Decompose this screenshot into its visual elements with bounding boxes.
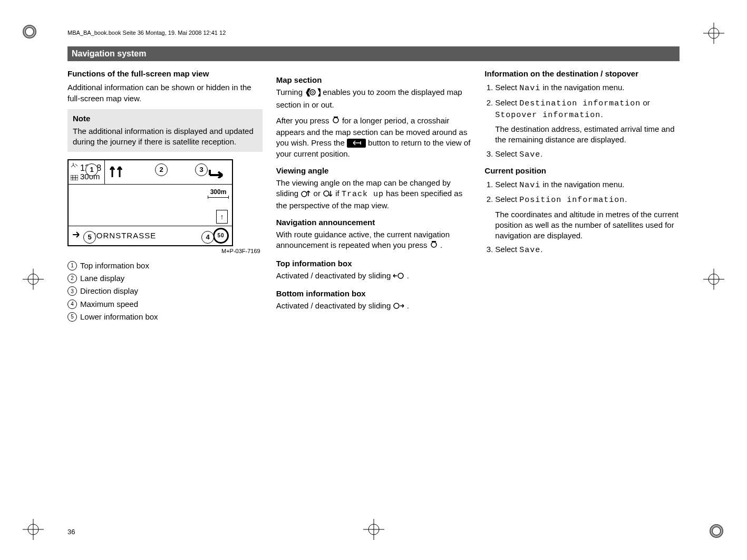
text: Select [495,83,519,92]
svg-point-34 [394,303,399,308]
callout-3-icon: 3 [195,163,208,176]
legend-num-icon: 4 [67,300,77,309]
menu-option-stopover-info: Stopover informa­tion [495,111,600,120]
map-figure: 1 2 3 4 5 12:08 300m [67,159,233,247]
svg-point-27 [333,118,338,123]
legend-item: 4Maximum speed [67,299,263,310]
rotary-slide-up-icon [300,189,311,200]
callout-2-icon: 2 [155,163,168,176]
step: Select Navi in the navigation menu. [495,82,680,94]
legend-text: Maximum speed [80,299,138,310]
column-left: Functions of the full-screen map view Ad… [67,69,263,324]
section-title: Navigation system [67,46,680,61]
legend-text: Top information box [80,260,149,271]
text: Select [495,98,519,107]
para-nav-announce: With route guidance active, the current … [276,229,471,252]
svg-point-29 [302,191,307,197]
text: Turning [276,88,305,96]
menu-option-destination-info: Destination informa­tion [519,99,641,108]
heading-current-position: Current position [484,166,680,176]
register-mark-icon [361,516,387,544]
svg-point-30 [324,191,329,196]
menu-option-save: Save [519,246,540,255]
note-heading: Note [73,113,257,124]
svg-point-31 [431,242,436,247]
legend-text: Direction display [80,286,138,296]
text: Activated / deactivated by sliding [276,271,393,280]
right-arrow-icon [72,230,81,241]
text: or [641,98,650,107]
step: Select Destination informa­tion or Stopo… [495,98,680,146]
register-mark-icon [20,266,46,294]
column-middle: Map section Turning ❰❱ enables you to zo… [276,69,471,324]
menu-option-save: Save [519,150,540,159]
heading-top-info-box: Top information box [276,258,471,269]
scale-line-icon [208,197,229,198]
para-intro: Additional information can be shown or h… [67,82,263,104]
callout-4-icon: 4 [201,231,214,244]
step: Select Navi in the navigation menu. [495,179,680,191]
menu-option-position-info: Position information [519,196,625,205]
register-mark-icon [701,266,727,294]
page-number: 36 [67,528,75,536]
register-mark-icon [701,20,727,48]
para-top-info: Activated / deactivated by sliding . [276,271,471,282]
note-body: The additional information is displayed … [73,126,257,148]
text: Select [495,180,519,189]
text: . [540,149,542,158]
step: Select Position information. The coordin… [495,194,680,241]
heading-viewing-angle: Viewing angle [276,166,471,176]
lane-arrows-icon [108,163,126,181]
heading-bottom-info-box: Bottom information box [276,288,471,299]
text: . [440,240,442,249]
text: Select [495,149,519,158]
text: if [335,189,342,198]
sat-icon [71,161,78,172]
callout-5-icon: 5 [83,231,96,244]
legend-num-icon: 3 [67,286,77,296]
menu-option-navi: Navi [519,181,540,190]
heading-functions: Functions of the full-screen map view [67,69,263,79]
text: . [540,245,542,254]
steps-position: Select Navi in the navigation menu. Sele… [484,179,680,256]
text: . [407,271,409,280]
text: in the navigation menu. [540,180,624,189]
para-zoom: Turning ❰❱ enables you to zoom the displ… [276,87,471,110]
direction-arrow-icon [208,163,229,181]
back-button-icon [347,139,366,148]
grid-icon [71,172,78,183]
legend-num-icon: 2 [67,274,77,283]
page-header-meta: MBA_BA_book.book Seite 36 Montag, 19. Ma… [67,30,226,36]
speed-sign-icon: 50 [213,228,229,244]
step-result: The destination address, estimated arriv… [495,124,680,146]
rotary-slide-down-icon [323,189,333,200]
svg-point-25 [312,91,314,93]
heading-nav-announce: Navigation announcement [276,217,471,228]
para-viewing-angle: The viewing angle on the map can be chan… [276,178,471,211]
steps-destination: Select Navi in the navigation menu. Sele… [484,82,680,160]
menu-option-track-up: Track up [342,190,384,199]
svg-point-33 [398,273,403,278]
text: . [407,301,409,310]
callout-1-icon: 1 [85,163,98,176]
north-arrow-icon: ↑ [216,210,228,224]
crop-mark-icon [20,20,52,43]
legend-item: 1Top information box [67,260,263,271]
text: . [600,110,603,119]
text: or [314,189,323,198]
fig-scale: 300m [210,188,227,196]
text: Select [495,245,519,254]
note-box: Note The additional information is displ… [67,109,263,152]
rotary-slide-left-icon [393,272,404,282]
rotary-slide-right-icon [393,302,404,312]
legend-num-icon: 5 [67,312,77,322]
text: After you press [276,116,332,125]
step-result: The coordinates and altitude in metres o… [495,209,680,242]
rotary-press-icon [430,240,438,252]
para-bottom-info: Activated / deactivated by sliding . [276,301,471,312]
legend-item: 2Lane display [67,273,263,284]
para-crosshair: After you press for a longer period, a c… [276,115,471,159]
figure-legend: 1Top information box 2Lane display 3Dire… [67,260,263,322]
step: Select Save. [495,149,680,160]
menu-option-navi: Navi [519,84,540,93]
